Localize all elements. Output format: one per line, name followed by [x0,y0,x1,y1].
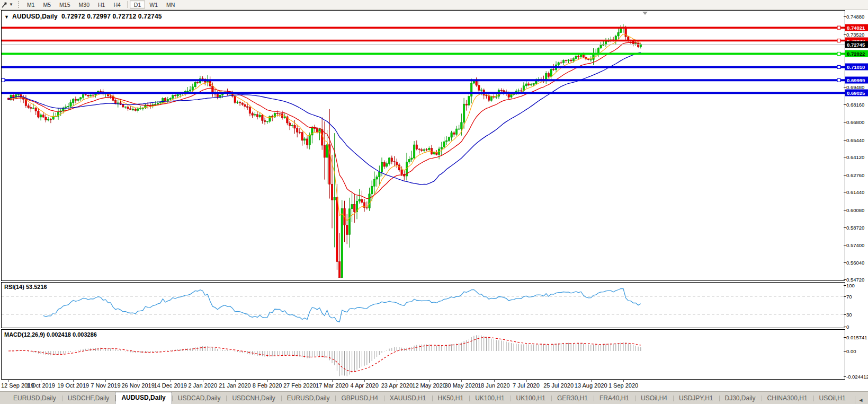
date-label: 2 Jan 2020 [189,382,217,389]
timeframe-button-m15[interactable]: M15 [55,1,74,8]
date-tick-mark [203,380,203,382]
chart-tab-audusd-daily[interactable]: AUDUSD,Daily [115,392,172,404]
price-tick-0.64120: 0.64120 [846,154,864,160]
axis-tick-mark [844,337,846,338]
date-tick-mark [105,380,106,382]
chart-tab-usdcad-daily[interactable]: USDCAD,Daily [172,393,227,404]
chart-tab-uk100-h1[interactable]: UK100,H1 [469,393,510,404]
price-tick-0.62760: 0.62760 [846,172,864,178]
axis-tick-mark [844,314,846,315]
timeframe-button-d1[interactable]: D1 [130,1,145,8]
axis-tick-mark [844,279,846,280]
mt4-window: ▼ M1M5M15M30H1H4D1W1MN ▼AUDUSD,Daily 0.7… [0,0,868,404]
axis-tick-mark [844,245,846,245]
axis-tick-mark [844,104,846,105]
date-label: 1 Sep 2020 [609,382,638,389]
axis-tick-mark [844,34,846,35]
price-tick-0.65440: 0.65440 [846,137,864,143]
price-tick-0.61440: 0.61440 [846,189,864,195]
chart-tab-hk50-h1[interactable]: HK50,H1 [432,393,470,404]
date-tick-mark [235,380,236,382]
date-tick-mark [559,380,559,382]
date-label: 1 Oct 2019 [26,382,55,389]
chart-tab-eurusd-daily[interactable]: EURUSD,Daily [7,393,62,404]
macd-tick-0.015741: 0.015741 [846,334,867,340]
axis-tick-mark [844,376,846,377]
timeframe-button-w1[interactable]: W1 [145,1,162,8]
timeframe-button-m30[interactable]: M30 [75,1,94,8]
macd-tick-0.00: 0.00 [846,348,856,354]
axis-tick-mark [844,285,846,286]
timeframe-button-h4[interactable]: H4 [109,1,124,8]
axis-tick-mark [844,210,846,210]
macd-indicator-label: MACD(12,26,9) 0.002418 0.003286 [4,331,97,338]
timeframe-button-m1[interactable]: M1 [23,1,39,8]
timeframe-button-h1[interactable]: H1 [94,1,109,8]
axis-tick-mark [844,192,846,192]
date-tick-mark [138,380,138,382]
rsi-tick-100: 100 [846,283,855,288]
rsi-tick-70: 70 [846,294,852,300]
axis-tick-mark [844,327,846,327]
date-tick-mark [300,380,300,382]
axis-tick-mark [844,262,846,263]
date-tick-mark [73,380,74,382]
date-tick-mark [461,380,462,382]
macd-canvas[interactable] [0,329,868,380]
price-tick-0.56040: 0.56040 [846,260,864,266]
chart-tab-eurusd-daily[interactable]: EURUSD,Daily [281,393,336,404]
axis-tick-mark [844,351,846,352]
axis-tick-mark [844,296,846,297]
chevron-down-icon: ▼ [9,2,13,7]
axis-tick-mark [844,87,846,87]
price-tick-0.73520: 0.73520 [846,31,864,37]
time-axis[interactable]: 12 Sep 20191 Oct 201919 Oct 20197 Nov 20… [0,380,868,391]
chart-tab-fra40-h1[interactable]: FRA40,H1 [594,393,635,404]
chart-ohlc-values: 0.72972 0.72997 0.72712 0.72745 [61,13,162,20]
chart-tab-dj30-daily[interactable]: DJ30,Daily [719,393,762,404]
date-tick-mark [171,380,171,382]
toolbar-grip[interactable] [18,1,20,8]
rsi-canvas[interactable] [0,282,868,329]
chart-tab-usoil-h4[interactable]: USOil,H4 [635,393,673,404]
axis-tick-mark [844,175,846,175]
chart-tab-usdchf-daily[interactable]: USDCHF,Daily [62,393,115,404]
chart-tab-xauusd-h1[interactable]: XAUUSD,H1 [384,393,432,404]
chart-tab-usdcnh-daily[interactable]: USDCNH,Daily [226,393,281,404]
date-label: 7 Nov 2019 [91,382,120,389]
price-axis[interactable]: 0.748800.735200.694800.681600.668000.654… [845,0,868,404]
timeframe-button-m5[interactable]: M5 [39,1,56,8]
date-label: 30 May 2020 [444,382,478,389]
timeframe-button-mn[interactable]: MN [162,1,179,8]
axis-tick-mark [844,16,846,17]
price-tick-0.66800: 0.66800 [846,119,864,125]
date-label: 21 Jan 2020 [219,382,251,389]
axis-tick-mark [844,140,846,140]
date-label: 7 Jul 2020 [513,382,540,389]
main-chart-canvas[interactable] [0,10,868,282]
date-tick-mark [397,380,397,382]
chart-title: ▼AUDUSD,Daily 0.72972 0.72997 0.72712 0.… [4,13,162,20]
date-label: 4 Apr 2020 [351,382,379,389]
date-tick-mark [591,380,592,382]
rsi-tick-30: 30 [846,312,852,318]
window-menu-icon[interactable]: ▼ [4,14,9,20]
price-line-badge-0.69025: 0.69025 [845,90,868,96]
current-price-badge: 0.72745 [845,41,868,48]
date-tick-mark [332,380,333,382]
price-line-badge-0.71010: 0.71010 [845,64,868,71]
date-label: 12 May 2020 [412,382,446,389]
chart-tab-usdjpy-h1[interactable]: USDJPY,H1 [673,393,719,404]
date-tick-mark [526,380,527,382]
tabs-scroll-left-button[interactable]: ◄ [855,396,867,404]
chart-tab-usoil-h1[interactable]: USOil,H1 [813,393,852,404]
chart-tab-china300-h1[interactable]: CHINA300,H1 [762,393,813,404]
date-label: 18 Jun 2020 [478,382,510,389]
chart-tab-gbpusd-h4[interactable]: GBPUSD,H4 [335,393,383,404]
chart-tab-ger30-h1[interactable]: GER30,H1 [551,393,594,404]
date-label: 8 Feb 2020 [253,382,282,389]
draw-tool-dropdown[interactable]: ▼ [0,0,15,9]
chart-tab-uk100-h1[interactable]: UK100,H1 [511,393,551,404]
date-tick-mark [41,380,41,382]
date-tick-mark [364,380,365,382]
